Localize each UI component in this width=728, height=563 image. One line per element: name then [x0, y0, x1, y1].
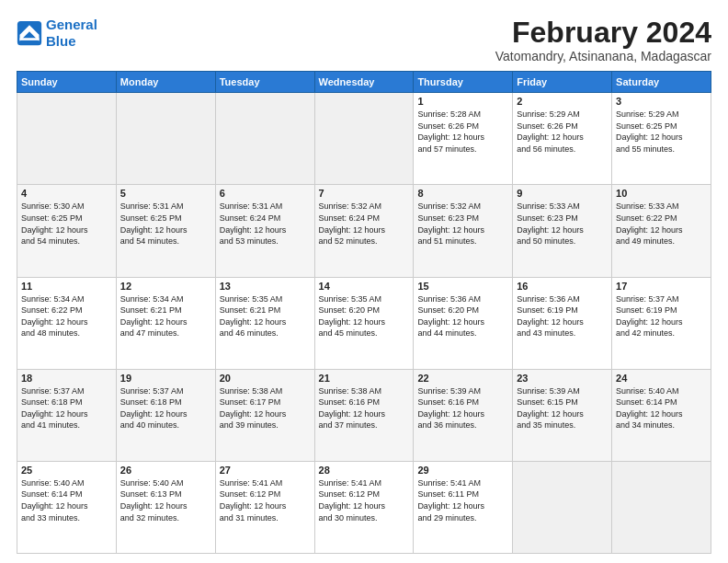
- day-info: Sunrise: 5:35 AM Sunset: 6:20 PM Dayligh…: [319, 293, 410, 339]
- day-number: 21: [319, 373, 410, 384]
- day-number: 27: [220, 465, 311, 476]
- svg-rect-2: [20, 38, 40, 40]
- day-number: 24: [616, 373, 707, 384]
- calendar-cell: 3Sunrise: 5:29 AM Sunset: 6:25 PM Daylig…: [612, 93, 711, 185]
- calendar-cell: 29Sunrise: 5:41 AM Sunset: 6:11 PM Dayli…: [414, 461, 513, 553]
- day-info: Sunrise: 5:40 AM Sunset: 6:13 PM Dayligh…: [120, 477, 211, 523]
- calendar-week-5: 25Sunrise: 5:40 AM Sunset: 6:14 PM Dayli…: [17, 461, 711, 553]
- day-info: Sunrise: 5:41 AM Sunset: 6:11 PM Dayligh…: [417, 477, 508, 523]
- calendar-cell: 18Sunrise: 5:37 AM Sunset: 6:18 PM Dayli…: [17, 369, 117, 461]
- day-info: Sunrise: 5:37 AM Sunset: 6:18 PM Dayligh…: [120, 385, 211, 431]
- calendar-cell: [116, 93, 215, 185]
- day-info: Sunrise: 5:32 AM Sunset: 6:24 PM Dayligh…: [319, 201, 410, 247]
- calendar-cell: 22Sunrise: 5:39 AM Sunset: 6:16 PM Dayli…: [414, 369, 513, 461]
- calendar-cell: [215, 93, 314, 185]
- day-info: Sunrise: 5:40 AM Sunset: 6:14 PM Dayligh…: [21, 477, 112, 523]
- day-number: 29: [417, 465, 508, 476]
- day-number: 5: [120, 188, 211, 199]
- logo-text: General Blue: [46, 17, 97, 50]
- calendar-cell: [17, 93, 117, 185]
- weekday-header-sunday: Sunday: [17, 72, 117, 93]
- day-info: Sunrise: 5:40 AM Sunset: 6:14 PM Dayligh…: [616, 385, 707, 431]
- calendar-cell: 7Sunrise: 5:32 AM Sunset: 6:24 PM Daylig…: [314, 185, 414, 277]
- calendar-cell: 16Sunrise: 5:36 AM Sunset: 6:19 PM Dayli…: [513, 277, 612, 369]
- weekday-header-friday: Friday: [513, 72, 612, 93]
- subtitle: Vatomandry, Atsinanana, Madagascar: [495, 49, 711, 63]
- svg-rect-0: [17, 21, 41, 45]
- calendar-cell: 11Sunrise: 5:34 AM Sunset: 6:22 PM Dayli…: [17, 277, 117, 369]
- day-info: Sunrise: 5:34 AM Sunset: 6:21 PM Dayligh…: [120, 293, 211, 339]
- calendar-header-row: SundayMondayTuesdayWednesdayThursdayFrid…: [17, 72, 711, 93]
- day-info: Sunrise: 5:38 AM Sunset: 6:17 PM Dayligh…: [220, 385, 311, 431]
- weekday-header-tuesday: Tuesday: [215, 72, 314, 93]
- title-block: February 2024 Vatomandry, Atsinanana, Ma…: [495, 17, 711, 63]
- day-number: 25: [21, 465, 112, 476]
- weekday-header-monday: Monday: [116, 72, 215, 93]
- calendar-cell: 28Sunrise: 5:41 AM Sunset: 6:12 PM Dayli…: [314, 461, 414, 553]
- weekday-header-saturday: Saturday: [612, 72, 711, 93]
- day-number: 28: [319, 465, 410, 476]
- day-number: 12: [120, 281, 211, 292]
- calendar-week-2: 4Sunrise: 5:30 AM Sunset: 6:25 PM Daylig…: [17, 185, 711, 277]
- day-info: Sunrise: 5:36 AM Sunset: 6:20 PM Dayligh…: [417, 293, 508, 339]
- logo-icon: [17, 20, 42, 46]
- calendar-cell: 19Sunrise: 5:37 AM Sunset: 6:18 PM Dayli…: [116, 369, 215, 461]
- calendar-cell: 14Sunrise: 5:35 AM Sunset: 6:20 PM Dayli…: [314, 277, 414, 369]
- calendar-cell: 25Sunrise: 5:40 AM Sunset: 6:14 PM Dayli…: [17, 461, 117, 553]
- day-info: Sunrise: 5:29 AM Sunset: 6:26 PM Dayligh…: [517, 109, 608, 155]
- page: General Blue February 2024 Vatomandry, A…: [0, 0, 728, 563]
- day-info: Sunrise: 5:37 AM Sunset: 6:19 PM Dayligh…: [616, 293, 707, 339]
- day-info: Sunrise: 5:30 AM Sunset: 6:25 PM Dayligh…: [21, 201, 112, 247]
- calendar-cell: 12Sunrise: 5:34 AM Sunset: 6:21 PM Dayli…: [116, 277, 215, 369]
- day-number: 8: [417, 188, 508, 199]
- calendar-cell: 24Sunrise: 5:40 AM Sunset: 6:14 PM Dayli…: [612, 369, 711, 461]
- day-info: Sunrise: 5:31 AM Sunset: 6:25 PM Dayligh…: [120, 201, 211, 247]
- calendar-cell: 26Sunrise: 5:40 AM Sunset: 6:13 PM Dayli…: [116, 461, 215, 553]
- day-info: Sunrise: 5:33 AM Sunset: 6:23 PM Dayligh…: [517, 201, 608, 247]
- day-number: 19: [120, 373, 211, 384]
- day-number: 1: [417, 96, 508, 107]
- day-info: Sunrise: 5:39 AM Sunset: 6:15 PM Dayligh…: [517, 385, 608, 431]
- calendar-body: 1Sunrise: 5:28 AM Sunset: 6:26 PM Daylig…: [17, 93, 711, 554]
- main-title: February 2024: [495, 17, 711, 49]
- calendar-cell: 4Sunrise: 5:30 AM Sunset: 6:25 PM Daylig…: [17, 185, 117, 277]
- day-number: 20: [220, 373, 311, 384]
- day-number: 10: [616, 188, 707, 199]
- day-info: Sunrise: 5:41 AM Sunset: 6:12 PM Dayligh…: [319, 477, 410, 523]
- day-info: Sunrise: 5:41 AM Sunset: 6:12 PM Dayligh…: [220, 477, 311, 523]
- day-number: 2: [517, 96, 608, 107]
- day-info: Sunrise: 5:34 AM Sunset: 6:22 PM Dayligh…: [21, 293, 112, 339]
- day-info: Sunrise: 5:35 AM Sunset: 6:21 PM Dayligh…: [220, 293, 311, 339]
- day-info: Sunrise: 5:29 AM Sunset: 6:25 PM Dayligh…: [616, 109, 707, 155]
- day-number: 17: [616, 281, 707, 292]
- logo-general: General: [46, 17, 97, 32]
- day-info: Sunrise: 5:33 AM Sunset: 6:22 PM Dayligh…: [616, 201, 707, 247]
- day-number: 6: [220, 188, 311, 199]
- calendar-cell: [314, 93, 414, 185]
- calendar-cell: 8Sunrise: 5:32 AM Sunset: 6:23 PM Daylig…: [414, 185, 513, 277]
- calendar-cell: [612, 461, 711, 553]
- weekday-header-thursday: Thursday: [414, 72, 513, 93]
- calendar-cell: [513, 461, 612, 553]
- calendar-cell: 1Sunrise: 5:28 AM Sunset: 6:26 PM Daylig…: [414, 93, 513, 185]
- weekday-header-wednesday: Wednesday: [314, 72, 414, 93]
- calendar-cell: 2Sunrise: 5:29 AM Sunset: 6:26 PM Daylig…: [513, 93, 612, 185]
- day-info: Sunrise: 5:28 AM Sunset: 6:26 PM Dayligh…: [417, 109, 508, 155]
- day-number: 14: [319, 281, 410, 292]
- calendar-cell: 6Sunrise: 5:31 AM Sunset: 6:24 PM Daylig…: [215, 185, 314, 277]
- day-info: Sunrise: 5:32 AM Sunset: 6:23 PM Dayligh…: [417, 201, 508, 247]
- day-number: 13: [220, 281, 311, 292]
- calendar-cell: 27Sunrise: 5:41 AM Sunset: 6:12 PM Dayli…: [215, 461, 314, 553]
- calendar-table: SundayMondayTuesdayWednesdayThursdayFrid…: [17, 71, 711, 554]
- calendar-cell: 10Sunrise: 5:33 AM Sunset: 6:22 PM Dayli…: [612, 185, 711, 277]
- day-number: 23: [517, 373, 608, 384]
- calendar-cell: 5Sunrise: 5:31 AM Sunset: 6:25 PM Daylig…: [116, 185, 215, 277]
- day-number: 9: [517, 188, 608, 199]
- calendar-cell: 15Sunrise: 5:36 AM Sunset: 6:20 PM Dayli…: [414, 277, 513, 369]
- day-info: Sunrise: 5:39 AM Sunset: 6:16 PM Dayligh…: [417, 385, 508, 431]
- calendar-cell: 23Sunrise: 5:39 AM Sunset: 6:15 PM Dayli…: [513, 369, 612, 461]
- header: General Blue February 2024 Vatomandry, A…: [17, 17, 711, 63]
- day-info: Sunrise: 5:36 AM Sunset: 6:19 PM Dayligh…: [517, 293, 608, 339]
- calendar-week-1: 1Sunrise: 5:28 AM Sunset: 6:26 PM Daylig…: [17, 93, 711, 185]
- calendar-cell: 17Sunrise: 5:37 AM Sunset: 6:19 PM Dayli…: [612, 277, 711, 369]
